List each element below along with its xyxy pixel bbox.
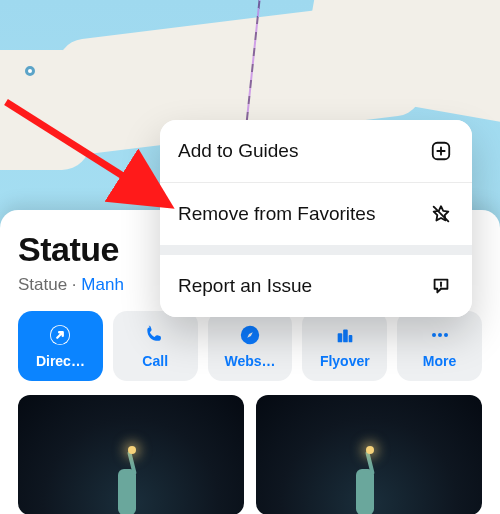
map-screen: Statue Statue · Manh Direc… Call bbox=[0, 0, 500, 514]
report-bubble-icon bbox=[428, 273, 454, 299]
flyover-label: Flyover bbox=[320, 353, 370, 369]
menu-remove-favorites[interactable]: Remove from Favorites bbox=[160, 182, 472, 245]
statue-silhouette bbox=[346, 445, 384, 514]
menu-add-to-guides[interactable]: Add to Guides bbox=[160, 120, 472, 182]
svg-point-5 bbox=[432, 333, 436, 337]
map-marker bbox=[25, 66, 35, 76]
menu-report-issue[interactable]: Report an Issue bbox=[160, 255, 472, 317]
call-label: Call bbox=[142, 353, 168, 369]
directions-label: Direc… bbox=[36, 353, 85, 369]
menu-item-label: Report an Issue bbox=[178, 275, 312, 297]
svg-point-9 bbox=[440, 287, 442, 289]
photo-strip bbox=[18, 395, 482, 514]
directions-button[interactable]: Direc… bbox=[18, 311, 103, 381]
flyover-button[interactable]: Flyover bbox=[302, 311, 387, 381]
svg-point-6 bbox=[438, 333, 442, 337]
place-locality-link[interactable]: Manh bbox=[81, 275, 124, 294]
ellipsis-icon bbox=[428, 323, 452, 347]
star-slash-icon bbox=[428, 201, 454, 227]
website-label: Webs… bbox=[224, 353, 275, 369]
place-photo[interactable] bbox=[18, 395, 244, 514]
buildings-icon bbox=[333, 323, 357, 347]
menu-item-label: Remove from Favorites bbox=[178, 203, 375, 225]
place-type: Statue · bbox=[18, 275, 81, 294]
more-button[interactable]: More bbox=[397, 311, 482, 381]
map-land bbox=[0, 50, 90, 170]
more-label: More bbox=[423, 353, 456, 369]
website-button[interactable]: Webs… bbox=[208, 311, 293, 381]
svg-point-7 bbox=[444, 333, 448, 337]
action-bar: Direc… Call Webs… Flyover bbox=[18, 311, 482, 381]
svg-rect-2 bbox=[337, 333, 342, 342]
svg-rect-3 bbox=[343, 330, 348, 343]
svg-rect-4 bbox=[348, 335, 352, 342]
compass-icon bbox=[238, 323, 262, 347]
menu-separator bbox=[160, 245, 472, 255]
call-button[interactable]: Call bbox=[113, 311, 198, 381]
directions-icon bbox=[48, 323, 72, 347]
phone-icon bbox=[143, 323, 167, 347]
statue-silhouette bbox=[108, 445, 146, 514]
menu-item-label: Add to Guides bbox=[178, 140, 298, 162]
place-photo[interactable] bbox=[256, 395, 482, 514]
context-menu: Add to Guides Remove from Favorites Repo… bbox=[160, 120, 472, 317]
plus-square-icon bbox=[428, 138, 454, 164]
